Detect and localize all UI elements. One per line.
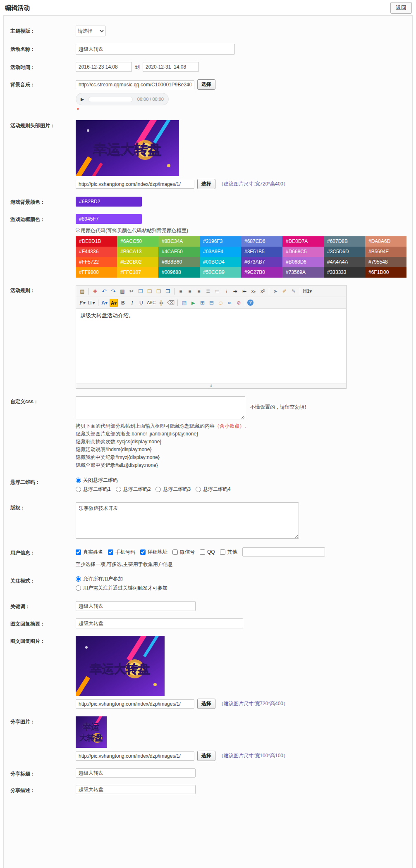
palette-color[interactable]: #73569A [282,267,324,278]
user-info-other-input[interactable] [242,547,325,556]
palette-color[interactable]: #333333 [324,267,365,278]
palette-color[interactable]: #6ACC50 [117,236,158,247]
share-image-url-input[interactable] [76,751,194,761]
fullscreen-icon[interactable]: ❖ [91,287,99,295]
fore-color-icon[interactable]: A▾ [100,299,109,307]
checkbox-input[interactable] [140,549,146,555]
user-info-option[interactable]: 详细地址 [140,549,167,556]
checkbox-input[interactable] [108,549,113,555]
follow-mode-option[interactable]: 用户需关注并通过关键词触发才可参加 [76,585,167,592]
image-icon[interactable]: ▧ [180,299,188,307]
radio-input[interactable] [76,487,81,492]
audio-player[interactable]: 00:00 / 00:00 [76,93,169,105]
palette-color[interactable]: #B5694E [365,247,406,257]
radio-input[interactable] [76,585,81,591]
align-left-icon[interactable]: ≡ [177,287,185,295]
end-time-input[interactable] [143,62,199,72]
underline-icon[interactable]: U [137,299,145,307]
palette-color[interactable]: #4A4A4A [324,257,365,267]
user-info-option[interactable]: 微信号 [172,549,195,556]
redo-icon[interactable]: ↷ [109,287,117,295]
header-image-choose-button[interactable]: 选择 [197,179,215,189]
strikethrough-icon[interactable]: ABC [146,299,156,307]
palette-color[interactable]: #D668C5 [282,247,324,257]
qrcode-option[interactable]: 关闭悬浮二维码 [76,477,118,484]
qrcode-option[interactable]: 悬浮二维码2 [116,486,151,493]
select-all-icon[interactable]: ➤ [271,287,280,295]
activity-name-input[interactable] [76,44,235,55]
palette-color[interactable]: #DE0D1B [76,236,117,247]
palette-color[interactable]: #673AB7 [241,257,282,267]
keyword-input[interactable] [76,601,196,611]
source-icon[interactable]: ▤ [78,287,86,295]
palette-color[interactable]: #DE0D7A [282,236,324,247]
palette-color[interactable]: #687CD6 [241,236,282,247]
print-icon[interactable]: ▥ [118,287,127,295]
user-info-option[interactable]: 其他 [220,549,237,556]
font-size-icon[interactable]: tT▾ [87,299,96,307]
share-desc-input[interactable] [76,785,196,794]
editor-resize-handle[interactable] [76,383,346,388]
align-right-icon[interactable]: ≡ [195,287,203,295]
align-center-icon[interactable]: ≡ [186,287,194,295]
bold-icon[interactable]: B [119,299,127,307]
start-time-input[interactable] [76,62,132,72]
audio-progress-bar[interactable] [88,97,132,102]
palette-color[interactable]: #9C27B0 [241,267,282,278]
palette-color[interactable]: #6B8B60 [158,257,200,267]
paste-icon[interactable]: ❏ [146,287,154,295]
cut-icon[interactable]: ✂ [127,287,136,295]
radio-input[interactable] [116,487,121,492]
eraser-icon[interactable]: ⌫ [166,299,175,307]
palette-color[interactable]: #4CAF50 [158,247,200,257]
reply-summary-input[interactable] [76,618,243,628]
checkbox-input[interactable] [220,549,225,555]
user-info-option[interactable]: 手机号码 [108,549,135,556]
music-url-input[interactable] [76,80,194,89]
user-info-option[interactable]: 真实姓名 [76,549,103,556]
palette-color[interactable]: #FF9800 [76,267,117,278]
paste-text-icon[interactable]: ❑ [155,287,163,295]
copyright-textarea[interactable]: 乐享微信技术开发 [76,502,299,539]
palette-color[interactable]: #3C5D6D [324,247,365,257]
palette-color[interactable]: #F44336 [76,247,117,257]
border-color-swatch[interactable]: #8945F7 [76,214,142,224]
palette-color[interactable]: #03A9F4 [200,247,241,257]
reply-image-url-input[interactable] [76,699,194,709]
palette-color[interactable]: #607D8B [324,236,365,247]
palette-color[interactable]: #2196F3 [200,236,241,247]
ordered-list-icon[interactable]: ≔ [213,287,221,295]
format-brush-icon[interactable]: ✐ [280,287,289,295]
radio-input[interactable] [196,487,201,492]
media-icon[interactable]: ▶ [189,299,197,307]
play-icon[interactable] [81,96,84,102]
italic-icon[interactable]: I [128,299,136,307]
editor-content[interactable]: 超级大转盘活动介绍。 [76,309,346,383]
custom-css-textarea[interactable] [76,396,245,419]
palette-color[interactable]: #FFC107 [117,267,158,278]
checkbox-input[interactable] [200,549,205,555]
undo-icon[interactable]: ↶ [100,287,108,295]
qrcode-option[interactable]: 悬浮二维码4 [196,486,231,493]
qrcode-option[interactable]: 悬浮二维码3 [155,486,191,493]
checkbox-input[interactable] [76,549,81,555]
radio-input[interactable] [76,478,81,483]
quick-format-icon[interactable]: ✎ [289,287,298,295]
palette-color[interactable]: #DA8A6D [365,236,406,247]
share-title-input[interactable] [76,768,196,778]
back-button[interactable]: 返回 [390,2,412,14]
radio-input[interactable] [76,576,81,582]
unordered-list-icon[interactable]: ⁝ [222,287,230,295]
palette-color[interactable]: #009688 [158,267,200,278]
follow-mode-option[interactable]: 允许所有用户参加 [76,575,123,583]
header-image-url-input[interactable] [76,180,194,189]
outdent-icon[interactable]: ⇤ [240,287,249,295]
paste-word-icon[interactable]: ❒ [164,287,172,295]
palette-color[interactable]: #00BCD4 [200,257,241,267]
palette-color[interactable]: #50CCB9 [200,267,241,278]
subscript-icon[interactable]: x₂ [249,287,258,295]
hilite-color-icon[interactable]: A▾ [110,299,118,307]
palette-color[interactable]: #B9CA13 [117,247,158,257]
palette-color[interactable]: #6F1D00 [365,267,406,278]
checkbox-input[interactable] [172,549,178,555]
